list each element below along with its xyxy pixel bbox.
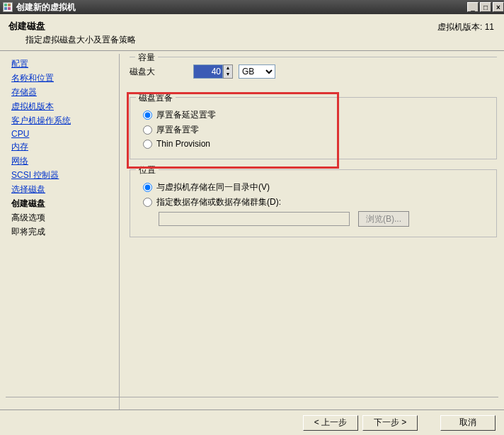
page-subtitle: 指定虚拟磁盘大小及置备策略: [25, 34, 437, 46]
svg-rect-2: [4, 7, 7, 10]
disk-size-label: 磁盘大: [130, 66, 193, 78]
svg-rect-0: [4, 4, 7, 6]
radio-thick-eager-label: 厚置备置零: [156, 124, 199, 136]
svg-rect-1: [8, 4, 11, 6]
radio-thin[interactable]: [143, 140, 152, 149]
radio-same-dir-label: 与虚拟机存储在同一目录中(V): [156, 181, 270, 193]
svg-rect-3: [8, 7, 11, 10]
provisioning-legend: 磁盘置备: [136, 92, 176, 104]
step-storage[interactable]: 存储器: [11, 86, 115, 98]
step-ready: 即将完成: [11, 226, 115, 238]
step-cpu[interactable]: CPU: [11, 129, 115, 139]
radio-same-dir[interactable]: [143, 183, 152, 192]
steps-sidebar: 配置 名称和位置 存储器 虚拟机版本 客户机操作系统 CPU 内存 网络 SCS…: [0, 51, 119, 435]
step-name-location[interactable]: 名称和位置: [11, 72, 115, 84]
capacity-group: 容量 磁盘大 ▲▼ GB: [130, 57, 497, 87]
disk-size-unit[interactable]: GB: [239, 64, 275, 79]
radio-thick-lazy-label: 厚置备延迟置零: [156, 109, 216, 121]
step-network[interactable]: 网络: [11, 155, 115, 167]
wizard-footer: < 上一步 下一步 > 取消: [0, 409, 504, 435]
next-button[interactable]: 下一步 >: [362, 415, 418, 431]
provisioning-group: 磁盘置备 厚置备延迟置零 厚置备置零 Thin Provision: [130, 97, 497, 159]
app-icon: [3, 2, 13, 12]
step-memory[interactable]: 内存: [11, 141, 115, 153]
minimize-button[interactable]: _: [467, 2, 479, 12]
window-title: 创建新的虚拟机: [16, 1, 466, 13]
disk-size-input[interactable]: [193, 64, 223, 79]
radio-specify-ds-label: 指定数据存储或数据存储群集(D):: [156, 196, 281, 208]
step-create-disk: 创建磁盘: [11, 198, 115, 210]
radio-thick-eager[interactable]: [143, 125, 152, 135]
radio-thin-label: Thin Provision: [156, 139, 210, 149]
page-title: 创建磁盘: [8, 20, 437, 33]
wizard-header: 创建磁盘 指定虚拟磁盘大小及置备策略 虚拟机版本: 11: [0, 14, 504, 51]
cancel-button[interactable]: 取消: [440, 415, 496, 431]
step-advanced: 高级选项: [11, 212, 115, 224]
vm-version-label: 虚拟机版本: 11: [437, 21, 494, 33]
datastore-path-input: [159, 212, 350, 226]
maximize-button[interactable]: □: [480, 2, 491, 12]
step-scsi[interactable]: SCSI 控制器: [11, 169, 115, 181]
location-group: 位置 与虚拟机存储在同一目录中(V) 指定数据存储或数据存储群集(D): 浏览(…: [130, 169, 497, 237]
step-config[interactable]: 配置: [11, 58, 115, 70]
step-select-disk[interactable]: 选择磁盘: [11, 183, 115, 196]
browse-button: 浏览(B)...: [358, 211, 409, 227]
step-vm-version[interactable]: 虚拟机版本: [11, 101, 115, 113]
capacity-legend: 容量: [135, 52, 158, 64]
step-guest-os[interactable]: 客户机操作系统: [11, 115, 115, 127]
radio-specify-ds[interactable]: [143, 198, 152, 207]
back-button[interactable]: < 上一步: [303, 415, 358, 431]
disk-size-spinner[interactable]: ▲▼: [223, 64, 233, 79]
location-legend: 位置: [136, 164, 159, 176]
radio-thick-lazy[interactable]: [143, 111, 152, 120]
footer-divider: [6, 397, 498, 397]
content-panel: 容量 磁盘大 ▲▼ GB 磁盘置备 厚置备延迟置零 厚置备置零: [120, 51, 504, 435]
close-button[interactable]: ×: [493, 2, 504, 12]
titlebar: 创建新的虚拟机 _ □ ×: [0, 0, 504, 14]
